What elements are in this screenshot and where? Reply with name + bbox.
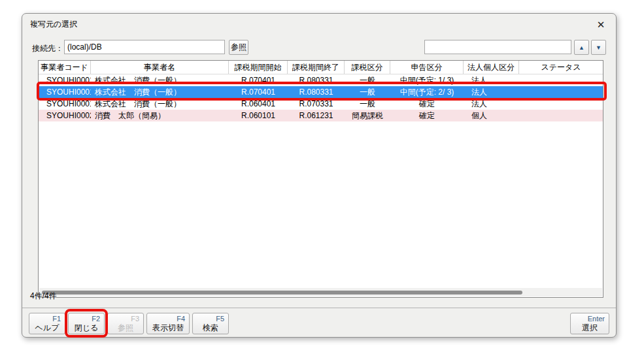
cell-filing-class: 確定 [390, 110, 464, 121]
column-header-tax-class[interactable]: 課税区分 [345, 61, 390, 74]
cell-entity-class: 個人 [464, 110, 519, 121]
column-header-name[interactable]: 事業者名 [91, 61, 229, 74]
table-row-selected[interactable]: SYOUHI0001 株式会社 消費（一般） R.070401 R.080331… [39, 86, 603, 98]
cell-filing-class: 中間(予定: 1/ 3) [390, 74, 464, 86]
select-button[interactable]: Enter 選択 [570, 313, 609, 334]
cell-entity-class: 法人 [464, 98, 519, 110]
cell-code: SYOUHI0002 [39, 110, 91, 121]
cell-period-start: R.070401 [229, 86, 288, 98]
search-button[interactable]: F5 検索 [192, 313, 229, 334]
fkey-label: F4 [147, 313, 189, 323]
cell-tax-class: 一般 [345, 74, 390, 86]
column-header-filing-class[interactable]: 申告区分 [390, 61, 464, 74]
cell-period-end: R.080331 [288, 86, 345, 98]
fkey-label: F2 [69, 313, 104, 323]
horizontal-scrollbar[interactable] [39, 288, 602, 296]
connection-label: 接続先： [32, 43, 63, 54]
browse-button[interactable]: 参照 [229, 40, 248, 55]
table-row[interactable]: SYOUHI0001 株式会社 消費（一般） R.060401 R.070331… [39, 98, 603, 110]
close-icon[interactable]: ✕ [591, 16, 611, 33]
cell-entity-class: 法人 [464, 74, 519, 86]
column-header-entity-class[interactable]: 法人個人区分 [464, 61, 519, 74]
table-row[interactable]: SYOUHI0002 消費 太郎（簡易） R.060101 R.061231 簡… [39, 110, 603, 121]
business-table: 事業者コード 事業者名 課税期間開始 課税期間終了 課税区分 申告区分 法人個人… [38, 60, 603, 298]
button-label: 参照 [108, 323, 143, 333]
cell-tax-class: 簡易課税 [345, 110, 390, 121]
cell-tax-class: 一般 [345, 98, 390, 110]
cell-code: SYOUHI0001 [39, 86, 91, 98]
help-button[interactable]: F1 ヘルプ [29, 313, 65, 334]
connection-input[interactable] [64, 40, 225, 54]
cell-period-start: R.060101 [229, 110, 288, 121]
table-row[interactable]: SYOUHI0001 株式会社 消費（一般） R.070401 R.080331… [39, 74, 603, 86]
cell-name: 消費 太郎（簡易） [91, 110, 229, 121]
button-label: 選択 [571, 323, 609, 333]
scroll-up-icon[interactable]: ▲ [574, 40, 589, 55]
close-button[interactable]: F2 閉じる [68, 313, 105, 334]
scroll-down-icon[interactable]: ▼ [591, 40, 606, 55]
cell-filing-class: 確定 [390, 98, 464, 110]
column-header-status[interactable]: ステータス [519, 61, 603, 74]
cell-code: SYOUHI0001 [39, 98, 91, 110]
reference-button: F3 参照 [107, 313, 144, 334]
fkey-label: F5 [193, 313, 228, 323]
cell-status [519, 86, 603, 98]
cell-period-end: R.061231 [288, 110, 345, 121]
cell-name: 株式会社 消費（一般） [91, 74, 229, 86]
cell-entity-class: 法人 [464, 86, 519, 98]
button-label: 表示切替 [147, 323, 189, 333]
enter-key-label: Enter [571, 313, 609, 323]
column-header-period-end[interactable]: 課税期間終了 [288, 61, 345, 74]
column-header-period-start[interactable]: 課税期間開始 [229, 61, 288, 74]
cell-status [519, 98, 603, 110]
record-count: 4件/4件 [30, 291, 57, 302]
toggle-view-button[interactable]: F4 表示切替 [146, 313, 190, 334]
horizontal-scrollbar-thumb[interactable] [42, 291, 522, 294]
cell-name: 株式会社 消費（一般） [91, 86, 229, 98]
cell-period-start: R.060401 [229, 98, 288, 110]
table-header-row: 事業者コード 事業者名 課税期間開始 課税期間終了 課税区分 申告区分 法人個人… [39, 61, 603, 74]
cell-status [519, 110, 603, 121]
button-label: ヘルプ [29, 323, 65, 333]
cell-period-end: R.070331 [288, 98, 345, 110]
fkey-label: F1 [29, 313, 65, 323]
search-input[interactable] [424, 40, 571, 54]
footer-bar: F1 ヘルプ F2 閉じる F3 参照 F4 表示切替 F5 検索 Enter … [22, 308, 616, 337]
copy-source-dialog: 複写元の選択 ✕ 接続先： 参照 ▲ ▼ 事業者コード 事業者名 課税期間開始 … [22, 13, 617, 338]
cell-filing-class: 中間(予定: 2/ 3) [390, 86, 464, 98]
dialog-title: 複写元の選択 [30, 19, 77, 30]
button-label: 閉じる [69, 323, 104, 333]
cell-tax-class: 一般 [345, 86, 390, 98]
cell-period-end: R.080331 [288, 74, 345, 86]
button-label: 検索 [193, 323, 228, 333]
cell-period-start: R.070401 [229, 74, 288, 86]
fkey-label: F3 [108, 313, 143, 323]
cell-code: SYOUHI0001 [39, 74, 91, 86]
cell-status [519, 74, 603, 86]
cell-name: 株式会社 消費（一般） [91, 98, 229, 110]
column-header-code[interactable]: 事業者コード [39, 61, 91, 74]
